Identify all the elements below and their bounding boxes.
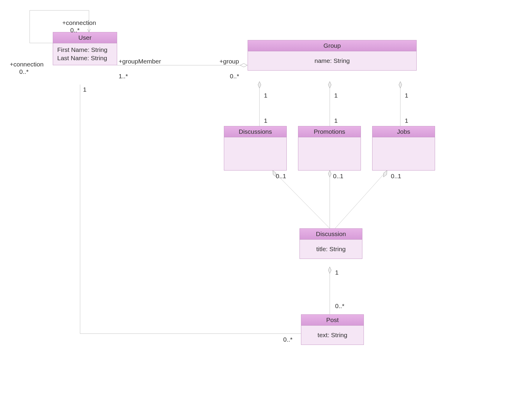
label-d-01: 0..1: [276, 173, 286, 180]
label-connection-top: +connection: [62, 19, 96, 26]
label-user-post-mult: 0..*: [283, 336, 293, 343]
class-discussions[interactable]: Discussions: [224, 126, 287, 171]
class-group-attr-0: name: String: [252, 57, 412, 65]
label-g-d-bot: 1: [264, 117, 267, 124]
label-group-role-mult: 0..*: [230, 73, 239, 80]
label-connection-left-mult: 0..*: [19, 68, 29, 75]
label-group-member-mult: 1..*: [119, 73, 128, 80]
class-discussion-body: title: String: [300, 240, 362, 259]
class-discussions-body: [224, 137, 286, 142]
label-g-d-top: 1: [264, 92, 267, 99]
class-jobs-title: Jobs: [372, 126, 435, 137]
label-g-j-bot: 1: [405, 117, 408, 124]
class-post-body: text: String: [301, 326, 364, 345]
label-p-01: 0..1: [333, 173, 343, 180]
class-promotions-body: [298, 137, 361, 142]
class-group-title: Group: [248, 40, 416, 51]
label-g-p-bot: 1: [334, 117, 338, 124]
class-post-title: Post: [301, 315, 364, 326]
label-group-member: +groupMember: [119, 58, 161, 65]
class-post[interactable]: Post text: String: [301, 314, 364, 345]
class-group[interactable]: Group name: String: [248, 40, 417, 71]
class-promotions-title: Promotions: [298, 126, 361, 137]
class-user-body: First Name: String Last Name: String: [53, 43, 117, 65]
class-jobs[interactable]: Jobs: [372, 126, 435, 171]
class-discussions-title: Discussions: [224, 126, 286, 137]
label-group-role: +group: [219, 58, 239, 65]
label-connection-left: +connection: [10, 61, 44, 68]
label-g-j-top: 1: [405, 92, 408, 99]
class-user-attr-0: First Name: String: [57, 46, 113, 54]
class-discussion[interactable]: Discussion title: String: [300, 228, 362, 259]
label-disc-one: 1: [335, 269, 339, 276]
class-jobs-body: [372, 137, 435, 142]
label-connection-top-mult: 0..*: [70, 27, 80, 34]
class-group-body: name: String: [248, 51, 416, 70]
class-discussion-title: Discussion: [300, 229, 362, 240]
uml-canvas: User First Name: String Last Name: Strin…: [0, 0, 532, 395]
class-promotions[interactable]: Promotions: [298, 126, 361, 171]
label-j-01: 0..1: [391, 173, 401, 180]
class-user-attr-1: Last Name: String: [57, 54, 113, 62]
label-post-zerostar: 0..*: [335, 302, 345, 310]
class-user[interactable]: User First Name: String Last Name: Strin…: [53, 32, 117, 65]
label-g-p-top: 1: [334, 92, 338, 99]
class-user-title: User: [53, 32, 117, 43]
class-post-attr-0: text: String: [305, 331, 359, 339]
label-user-one: 1: [83, 86, 87, 93]
class-discussion-attr-0: title: String: [304, 245, 358, 253]
